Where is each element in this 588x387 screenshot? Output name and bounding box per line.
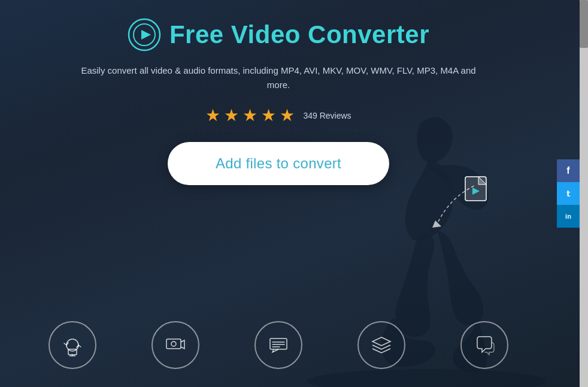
chat-icon-circle[interactable]	[460, 321, 508, 369]
convert-icon	[60, 333, 84, 357]
logo-area: Free Video Converter	[128, 18, 429, 52]
twitter-icon: 𝕥	[566, 189, 570, 198]
linkedin-button[interactable]: in	[557, 205, 580, 228]
svg-rect-13	[270, 338, 287, 349]
layers-icon-circle[interactable]	[357, 321, 405, 369]
main-content: Free Video Converter Easily convert all …	[0, 0, 588, 387]
svg-rect-11	[166, 339, 181, 349]
star-3: ★	[243, 105, 257, 125]
layers-icon	[369, 333, 393, 357]
facebook-icon: f	[566, 165, 569, 176]
chat-icon	[472, 333, 496, 357]
svg-marker-17	[372, 337, 390, 346]
star-4: ★	[261, 105, 276, 125]
scrollbar-thumb[interactable]	[580, 0, 588, 48]
svg-marker-1	[432, 220, 441, 228]
facebook-button[interactable]: f	[557, 159, 580, 182]
bottom-icons-bar	[21, 321, 536, 387]
screen-record-icon	[163, 333, 187, 357]
scrollbar[interactable]	[580, 0, 588, 387]
svg-point-12	[171, 341, 176, 346]
star-1: ★	[205, 105, 220, 125]
twitter-button[interactable]: 𝕥	[557, 182, 580, 205]
linkedin-icon: in	[565, 213, 571, 220]
stars-area: ★ ★ ★ ★ ★ 349 Reviews	[205, 105, 351, 125]
app-title: Free Video Converter	[169, 20, 429, 49]
add-files-button[interactable]: Add files to convert	[168, 142, 389, 185]
screen-record-icon-circle[interactable]	[151, 321, 199, 369]
svg-marker-7	[141, 30, 151, 40]
drag-indicator	[420, 174, 492, 234]
reviews-count: 349 Reviews	[303, 111, 351, 120]
app-logo-icon	[128, 18, 161, 52]
star-2: ★	[224, 105, 239, 125]
app-subtitle: Easily convert all video & audio formats…	[75, 64, 482, 92]
convert-icon-circle[interactable]	[49, 321, 96, 369]
subtitle-icon	[266, 333, 290, 357]
social-sidebar: f 𝕥 in	[557, 159, 580, 228]
svg-rect-2	[465, 177, 486, 201]
subtitle-icon-circle[interactable]	[254, 321, 302, 369]
star-5: ★	[280, 105, 295, 125]
